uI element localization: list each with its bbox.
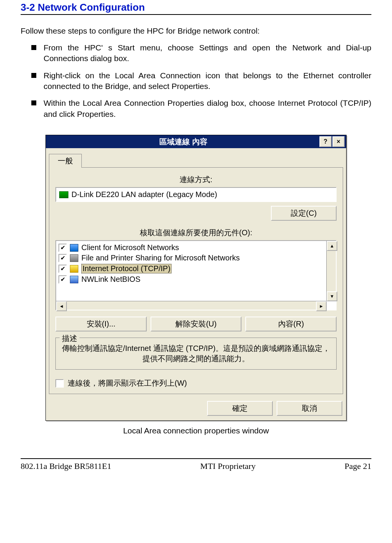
- configure-button[interactable]: 設定(C): [271, 206, 337, 221]
- checkbox-icon[interactable]: ✔: [58, 244, 67, 252]
- components-box: ✔ Client for Microsoft Networks ✔ File a…: [55, 240, 337, 310]
- help-button[interactable]: ?: [319, 136, 332, 147]
- adapter-field: D-Link DE220 LAN adapter (Legacy Mode): [55, 187, 337, 202]
- steps-list: From the HPC' s Start menu, choose Setti…: [21, 42, 371, 120]
- monitor-icon: [70, 244, 78, 252]
- figure-caption: Local Area connection properties window: [21, 426, 371, 435]
- printer-icon: [70, 254, 78, 262]
- description-text: 傳輸控制通訊協定/Internet 通訊協定 (TCP/IP)。這是預設的廣域網…: [60, 343, 332, 364]
- component-label: File and Printer Sharing for Microsoft N…: [81, 254, 240, 262]
- checkbox-icon[interactable]: [55, 379, 64, 388]
- vertical-scrollbar[interactable]: ▲ ▼: [326, 241, 336, 301]
- page-footer: 802.11a Bridge BR5811E1 MTI Proprietary …: [21, 459, 371, 479]
- step-item: Right-click on the Local Area Connection…: [21, 70, 371, 92]
- close-button[interactable]: ×: [332, 136, 345, 147]
- component-item[interactable]: ✔ File and Printer Sharing for Microsoft…: [58, 253, 324, 263]
- ok-button[interactable]: 確定: [207, 401, 273, 416]
- section-heading: 3-2 Network Configuration: [21, 0, 371, 15]
- footer-right: Page 21: [345, 461, 371, 471]
- components-list[interactable]: ✔ Client for Microsoft Networks ✔ File a…: [56, 241, 326, 301]
- component-item[interactable]: ✔ Client for Microsoft Networks: [58, 242, 324, 253]
- description-group-title: 描述: [60, 333, 79, 344]
- component-label: Client for Microsoft Networks: [81, 243, 179, 252]
- tab-general[interactable]: 一般: [49, 154, 82, 168]
- adapter-name: D-Link DE220 LAN adapter (Legacy Mode): [71, 190, 217, 199]
- intro-text: Follow these steps to configure the HPC …: [21, 26, 371, 36]
- checkbox-icon[interactable]: ✔: [58, 254, 67, 262]
- show-icon-row[interactable]: 連線後，將圖示顯示在工作列上(W): [55, 378, 337, 388]
- component-item[interactable]: ✔ Internet Protocol (TCP/IP): [58, 263, 324, 274]
- cancel-button[interactable]: 取消: [277, 401, 342, 416]
- dialog-title: 區域連線 內容: [48, 137, 319, 147]
- scroll-right-icon[interactable]: ►: [316, 301, 327, 311]
- network-icon: [70, 265, 78, 273]
- footer-center: MTI Proprietary: [200, 461, 256, 471]
- checkbox-icon[interactable]: ✔: [58, 275, 67, 284]
- component-label-selected: Internet Protocol (TCP/IP): [81, 264, 172, 273]
- install-button[interactable]: 安裝(I)...: [55, 317, 147, 331]
- figure: 區域連線 內容 ? × 一般 連線方式: D-Link DE220 LAN ad…: [21, 135, 371, 435]
- label-connect-using: 連線方式:: [55, 175, 337, 185]
- step-item: Within the Local Area Connection Propert…: [21, 98, 371, 120]
- scroll-left-icon[interactable]: ◄: [56, 301, 67, 311]
- dialog-titlebar: 區域連線 內容 ? ×: [46, 135, 346, 148]
- horizontal-scrollbar[interactable]: ◄ ►: [56, 301, 327, 310]
- properties-button[interactable]: 內容(R): [245, 317, 337, 331]
- show-icon-label: 連線後，將圖示顯示在工作列上(W): [68, 378, 187, 388]
- dialog-buttons: 確定 取消: [46, 397, 346, 420]
- scroll-up-icon[interactable]: ▲: [327, 241, 337, 251]
- step-item: From the HPC' s Start menu, choose Setti…: [21, 42, 371, 64]
- nic-icon: [59, 191, 68, 198]
- checkbox-icon[interactable]: ✔: [58, 265, 67, 273]
- uninstall-button[interactable]: 解除安裝(U): [151, 317, 242, 331]
- component-item[interactable]: ✔ NWLink NetBIOS: [58, 274, 324, 284]
- component-buttons: 安裝(I)... 解除安裝(U) 內容(R): [55, 317, 337, 331]
- description-group: 描述 傳輸控制通訊協定/Internet 通訊協定 (TCP/IP)。這是預設的…: [55, 338, 337, 370]
- label-components: 核取這個連線所要使用的元件(O):: [55, 228, 337, 238]
- tab-bar: 一般: [46, 150, 346, 167]
- component-label: NWLink NetBIOS: [81, 275, 140, 284]
- scroll-down-icon[interactable]: ▼: [327, 291, 337, 301]
- network-icon: [70, 276, 78, 283]
- dialog-panel: 連線方式: D-Link DE220 LAN adapter (Legacy M…: [49, 167, 343, 394]
- properties-dialog: 區域連線 內容 ? × 一般 連線方式: D-Link DE220 LAN ad…: [45, 135, 347, 421]
- footer-left: 802.11a Bridge BR5811E1: [21, 461, 111, 471]
